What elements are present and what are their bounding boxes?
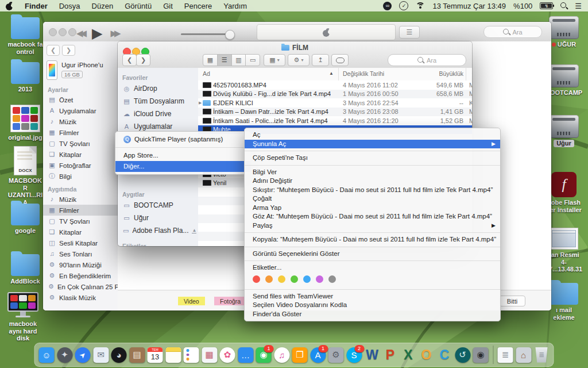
sidebar-item-tv-şovları[interactable]: ▢TV Şovları bbox=[43, 216, 118, 227]
desktop-icon-addblock[interactable]: AddBlock bbox=[7, 250, 44, 285]
dock-item-outlook[interactable]: O bbox=[419, 347, 434, 363]
volume-knob[interactable] bbox=[225, 30, 235, 40]
menu-item-görüntü[interactable]: Görüntü bbox=[119, 0, 157, 12]
table-row[interactable]: İntikam – Dawn Patr...izle Tek Part 4.mp… bbox=[198, 108, 472, 117]
column-view-button[interactable]: ▥ bbox=[232, 55, 246, 66]
menu-item-sıkıştır-muhteşem-büyücü-daai-mo-seut-si-2011-full-hd-film-izle-tek-part-4-mp4[interactable]: Sıkıştır: “Muhteşem Büyücü - Daai mo seu… bbox=[245, 186, 500, 195]
desktop-icon-macbook-aynı-hard[interactable]: macbook aynı harddisk bbox=[5, 290, 41, 342]
disclosure-triangle-icon[interactable]: ▶ bbox=[199, 101, 202, 105]
sidebar-item-icloud-drive[interactable]: ☁iCloud Drive bbox=[118, 108, 198, 120]
tag-color-dot[interactable] bbox=[291, 275, 298, 283]
volume-slider[interactable] bbox=[181, 33, 234, 35]
dock-item-time-machine[interactable]: ↺ bbox=[455, 347, 470, 363]
done-button[interactable]: Bitti bbox=[499, 296, 525, 306]
sidebar-item-fotoğraflar[interactable]: ▣Fotoğraflar bbox=[43, 160, 118, 171]
itunes-list-view-button[interactable]: ☰ bbox=[399, 26, 420, 39]
menu-item-pencere[interactable]: Pencere bbox=[179, 0, 218, 12]
apple-menu[interactable] bbox=[0, 0, 19, 12]
menu-item-dosya[interactable]: Dosya bbox=[53, 0, 86, 12]
dock-item-home-folder[interactable]: ⌂ bbox=[516, 347, 531, 363]
table-row[interactable]: 45257001683.MP44 Mayıs 2016 11:02549,6 M… bbox=[198, 80, 472, 90]
itunes-search-field[interactable]: Ara bbox=[483, 26, 542, 38]
sidebar-item-kitaplar[interactable]: ❏Kitaplar bbox=[43, 227, 118, 237]
menu-bar-clock[interactable]: 13 Temmuz Çar 13:49 bbox=[432, 2, 506, 10]
fast-forward-button[interactable]: ▶▶ bbox=[111, 28, 118, 39]
dock-item-app-store[interactable]: A1 bbox=[310, 347, 326, 363]
menu-item-adını-değiştir[interactable]: Adını Değiştir bbox=[245, 177, 500, 186]
sidebar-item-müzik[interactable]: ♪Müzik bbox=[43, 194, 118, 205]
tag-color-dot[interactable] bbox=[316, 275, 323, 283]
menu-item-etiketler[interactable]: Etiketler... bbox=[245, 263, 500, 273]
rewind-button[interactable]: ◀◀ bbox=[76, 28, 84, 39]
sidebar-item-airdrop[interactable]: ◎AirDrop bbox=[118, 82, 198, 95]
tag-color-dot[interactable] bbox=[253, 275, 260, 283]
menu-item-arma-yap[interactable]: Arma Yap bbox=[245, 204, 500, 213]
coverflow-view-button[interactable]: ▭ bbox=[246, 55, 260, 66]
dock-item-powerpoint[interactable]: P bbox=[382, 347, 398, 363]
sidebar-item-klasik-müzik[interactable]: ⚙Klasik Müzik bbox=[43, 292, 118, 303]
sidebar-item-90-ların-müziği[interactable]: ⚙90'ların Müziği bbox=[43, 259, 118, 270]
sidebar-item-kitaplar[interactable]: ❏Kitaplar bbox=[43, 149, 118, 160]
media-tag-video[interactable]: Video bbox=[178, 297, 205, 305]
dock-item-reminders[interactable] bbox=[184, 347, 199, 363]
menu-item-paylaş[interactable]: Paylaş▶ bbox=[245, 221, 500, 231]
sidebar-item-uygulamalar[interactable]: AUygulamalar bbox=[43, 105, 118, 116]
finder-search-field[interactable]: Ara bbox=[388, 54, 466, 66]
sidebar-item-filmler[interactable]: ▦Filmler bbox=[43, 127, 118, 138]
desktop-icon-2013[interactable]: 2013 bbox=[7, 57, 44, 93]
table-row[interactable]: İntikam Saati - Polic...izle Tek Part 4.… bbox=[198, 116, 472, 125]
tag-color-dot[interactable] bbox=[303, 275, 311, 283]
app-menu-finder[interactable]: Finder bbox=[19, 0, 53, 12]
dock-item-messages[interactable]: … bbox=[238, 347, 253, 363]
dock-item-contacts[interactable]: ▤ bbox=[129, 347, 145, 363]
dock-item-dashboard[interactable]: ◕ bbox=[111, 347, 127, 363]
dock-item-notes[interactable] bbox=[165, 347, 181, 363]
menu-item-görüntü-seçeneklerini-göster[interactable]: Görüntü Seçeneklerini Göster bbox=[245, 250, 500, 259]
menu-item-app-store[interactable]: App Store... bbox=[115, 150, 250, 161]
tag-color-dot[interactable] bbox=[265, 275, 273, 283]
sidebar-item-ses-tonları[interactable]: ♫Ses Tonları bbox=[43, 248, 118, 259]
menu-item-çoğalt[interactable]: Çoğalt bbox=[245, 194, 500, 204]
dock-item-excel[interactable]: X bbox=[401, 347, 416, 363]
menu-item-göz-at-muhteşem-büyücü-daai-mo-seut-si-2011-full-hd-film-izle-tek-part-4-mp4[interactable]: Göz At: “Muhteşem Büyücü - Daai mo seut … bbox=[245, 212, 500, 221]
desktop-icon-macbook-fa[interactable]: macbook faontrol bbox=[7, 13, 44, 55]
back-button[interactable]: ❮ bbox=[122, 54, 137, 66]
sidebar-item-özet[interactable]: ▤Özet bbox=[43, 94, 118, 105]
dock-item-finder[interactable]: ☺ bbox=[39, 347, 55, 363]
dock-item-newsstand[interactable]: ▦ bbox=[202, 347, 217, 363]
menu-item-aç[interactable]: Aç bbox=[245, 131, 500, 140]
forward-button[interactable]: ❯ bbox=[62, 45, 75, 56]
dock-item-safari[interactable]: ➤ bbox=[75, 347, 91, 363]
menu-item-finder-da-göster[interactable]: Finder'da Göster bbox=[245, 310, 500, 319]
share-button[interactable]: ↥ bbox=[312, 54, 329, 66]
sidebar-item-bootcamp[interactable]: ▭BOOTCAMP bbox=[118, 199, 198, 212]
desktop-icon-original-jpg[interactable]: original.jpg bbox=[7, 101, 44, 141]
battery-icon[interactable]: ↯ bbox=[540, 2, 553, 9]
menu-item-seçilen-video-dosyalarını-kodla[interactable]: Seçilen Video Dosyalarını Kodla bbox=[245, 301, 500, 310]
table-row[interactable]: ▶EJDER KILICI3 Mayıs 2016 22:54--K bbox=[198, 98, 472, 108]
creative-cloud-icon[interactable]: ∞ bbox=[383, 2, 392, 10]
column-size[interactable]: Büyüklük bbox=[399, 70, 463, 77]
sidebar-item-tv-şovları[interactable]: ▢TV Şovları bbox=[43, 138, 118, 149]
sidebar-item-müzik[interactable]: ♪Müzik bbox=[43, 116, 118, 127]
sidebar-item-uğur[interactable]: ▭Uğur bbox=[118, 212, 198, 224]
menu-item-git[interactable]: Git bbox=[157, 0, 179, 12]
dock-item-system-preferences[interactable]: ⚙ bbox=[328, 347, 344, 363]
dock-item-calendar[interactable]: TEM13 bbox=[148, 347, 163, 363]
sidebar-item-filmler[interactable]: ▦Filmler bbox=[43, 205, 118, 216]
dock-item-word[interactable]: W bbox=[365, 347, 380, 363]
dock-item-facetime[interactable]: ◉1 bbox=[256, 347, 272, 363]
dock-item-camera-app[interactable]: ◉ bbox=[473, 347, 489, 363]
menu-item-diğer[interactable]: Diğer... bbox=[115, 161, 250, 172]
eject-icon[interactable]: ▲ bbox=[192, 228, 196, 233]
sidebar-item-en-beğendiklerim[interactable]: ⚙En Beğendiklerim bbox=[43, 270, 118, 281]
itunes-titlebar[interactable]: ◀◀ ▶ ▶▶ ☰ Ara bbox=[43, 22, 551, 42]
play-button[interactable]: ▶ bbox=[92, 25, 102, 41]
sidebar-item-en-çok-çalınan-25-parça[interactable]: ⚙En Çok Çalınan 25 Parça bbox=[43, 281, 118, 292]
list-view-button[interactable]: ☰ bbox=[218, 55, 232, 66]
dock-item-photos[interactable]: ✿ bbox=[220, 347, 235, 363]
column-name[interactable]: Ad bbox=[203, 70, 210, 77]
dock-item-itunes[interactable]: ♫ bbox=[274, 347, 289, 363]
dock-item-mail[interactable]: ✉ bbox=[93, 347, 109, 363]
dock-item-ibooks[interactable]: ❐ bbox=[292, 347, 308, 363]
